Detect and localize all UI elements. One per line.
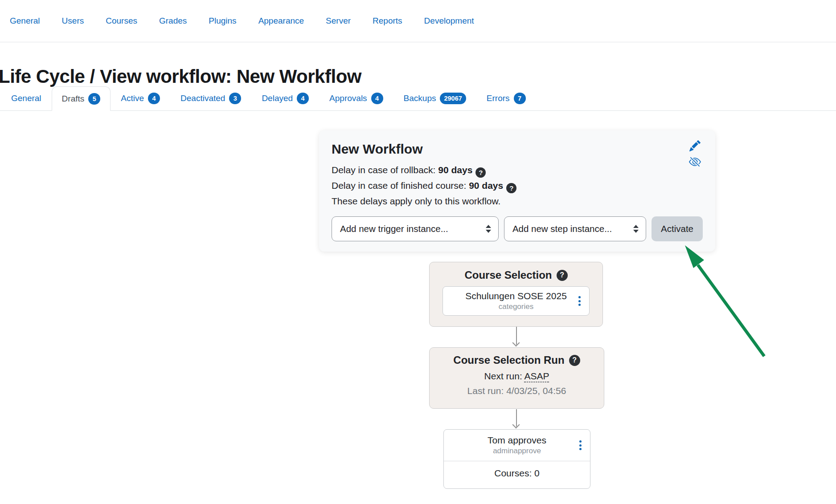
- finished-delay-value: 90 days: [469, 180, 503, 191]
- rollback-delay-line: Delay in case of rollback: 90 days?: [332, 162, 703, 178]
- toggle-visibility-button[interactable]: [688, 155, 701, 168]
- tab-count-badge: 29067: [440, 93, 466, 104]
- add-trigger-select[interactable]: Add new trigger instance...: [332, 216, 499, 241]
- step-courses-count: Courses: 0: [444, 461, 590, 479]
- pencil-icon: [689, 140, 701, 151]
- tab-errors[interactable]: Errors7: [476, 86, 536, 110]
- top-nav: GeneralUsersCoursesGradesPluginsAppearan…: [0, 0, 836, 42]
- question-mark-icon[interactable]: ?: [506, 183, 516, 193]
- tab-label: Approvals: [329, 93, 367, 103]
- nav-item-reports[interactable]: Reports: [373, 16, 402, 26]
- tab-delayed[interactable]: Delayed4: [251, 86, 319, 110]
- trigger-instance-card: Schulungen SOSE 2025 categories: [443, 286, 590, 316]
- question-mark-icon[interactable]: ?: [557, 270, 568, 281]
- edit-workflow-button[interactable]: [688, 139, 701, 152]
- kebab-vertical-icon: [578, 296, 581, 298]
- trigger-box-title: Course Selection ?: [430, 269, 602, 281]
- tab-count-badge: 7: [514, 93, 526, 104]
- run-box-title: Course Selection Run ?: [430, 354, 604, 366]
- tab-count-badge: 4: [371, 93, 383, 104]
- workflow-card-actions: [688, 139, 701, 168]
- workflow-card-title: New Workflow: [332, 142, 703, 157]
- nav-item-users[interactable]: Users: [62, 16, 84, 26]
- flow-connector-arrow: [516, 409, 517, 427]
- nav-item-appearance[interactable]: Appearance: [258, 16, 304, 26]
- activate-button[interactable]: Activate: [652, 216, 703, 241]
- flow-connector-arrow: [516, 327, 517, 345]
- kebab-vertical-icon: [579, 440, 582, 443]
- rollback-delay-value: 90 days: [438, 165, 472, 175]
- run-title-text: Course Selection Run: [453, 354, 564, 366]
- nav-item-server[interactable]: Server: [326, 16, 351, 26]
- workflow-controls: Add new trigger instance... Add new step…: [332, 216, 703, 241]
- trigger-box: Course Selection ? Schulungen SOSE 2025 …: [429, 262, 603, 327]
- tab-backups[interactable]: Backups29067: [393, 86, 476, 110]
- tab-drafts[interactable]: Drafts5: [52, 86, 111, 111]
- add-trigger-select-label: Add new trigger instance...: [340, 224, 448, 234]
- trigger-menu-button[interactable]: [577, 294, 582, 308]
- tab-label: Deactivated: [180, 93, 225, 103]
- step-box: Tom approves adminapprove Courses: 0: [443, 429, 590, 489]
- add-step-select[interactable]: Add new step instance...: [504, 216, 646, 241]
- tab-label: Delayed: [262, 93, 293, 103]
- next-run-line: Next run: ASAP: [430, 370, 604, 382]
- nav-item-plugins[interactable]: Plugins: [209, 16, 236, 26]
- nav-item-general[interactable]: General: [10, 16, 40, 26]
- tab-label: Drafts: [62, 94, 85, 104]
- tab-bar: GeneralDrafts5Active4Deactivated3Delayed…: [0, 86, 836, 111]
- step-instance-subtype: adminapprove: [463, 446, 571, 455]
- step-menu-button[interactable]: [578, 439, 583, 452]
- page-title: Life Cycle / View workflow: New Workflow: [0, 66, 361, 87]
- delays-note: These delays apply only to this workflow…: [332, 193, 703, 209]
- tab-count-badge: 5: [88, 93, 100, 105]
- tab-label: Active: [121, 93, 144, 103]
- add-step-select-label: Add new step instance...: [512, 224, 612, 234]
- step-instance-card: Tom approves adminapprove: [444, 430, 590, 461]
- question-mark-icon[interactable]: ?: [475, 167, 486, 178]
- next-run-label: Next run:: [484, 371, 525, 381]
- up-down-arrows-icon: [486, 225, 491, 233]
- nav-item-grades[interactable]: Grades: [159, 16, 187, 26]
- finished-delay-label: Delay in case of finished course:: [332, 180, 469, 191]
- up-down-arrows-icon: [633, 225, 639, 233]
- trigger-instance-name: Schulungen SOSE 2025: [462, 290, 570, 302]
- tab-count-badge: 4: [297, 93, 309, 104]
- tab-label: General: [11, 93, 41, 103]
- run-box: Course Selection Run ? Next run: ASAP La…: [429, 347, 604, 409]
- last-run-line: Last run: 4/03/25, 04:56: [430, 385, 604, 397]
- tab-label: Backups: [404, 93, 436, 103]
- trigger-instance-subtype: categories: [462, 302, 570, 311]
- tab-general[interactable]: General: [1, 86, 52, 110]
- eye-slash-icon: [689, 156, 701, 168]
- step-instance-name: Tom approves: [463, 434, 571, 446]
- tab-active[interactable]: Active4: [111, 86, 170, 110]
- next-run-value[interactable]: ASAP: [524, 371, 549, 382]
- tab-count-badge: 4: [148, 93, 160, 104]
- page: GeneralUsersCoursesGradesPluginsAppearan…: [0, 0, 836, 504]
- question-mark-icon[interactable]: ?: [569, 355, 580, 366]
- tab-deactivated[interactable]: Deactivated3: [170, 86, 251, 110]
- tab-count-badge: 3: [229, 93, 241, 104]
- nav-item-development[interactable]: Development: [424, 16, 474, 26]
- tab-label: Errors: [487, 93, 510, 103]
- workflow-card: New Workflow Delay in case of rollback: …: [319, 130, 715, 252]
- trigger-title-text: Course Selection: [464, 269, 552, 281]
- tab-approvals[interactable]: Approvals4: [319, 86, 393, 110]
- rollback-delay-label: Delay in case of rollback:: [332, 165, 438, 175]
- finished-delay-line: Delay in case of finished course: 90 day…: [332, 178, 703, 193]
- nav-item-courses[interactable]: Courses: [106, 16, 137, 26]
